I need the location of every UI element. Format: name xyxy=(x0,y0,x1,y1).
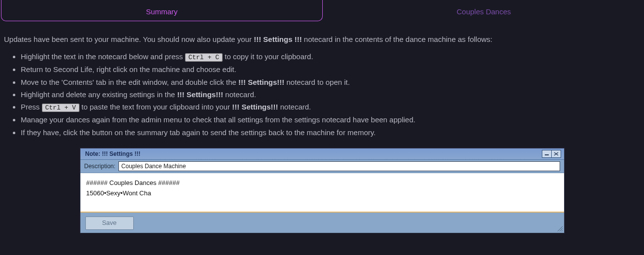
step-text: notecard. xyxy=(278,103,311,111)
svg-line-5 xyxy=(562,230,563,231)
instruction-item: Return to Second Life, right click on th… xyxy=(21,64,640,75)
step-text: notecard to open it. xyxy=(284,78,350,86)
instruction-item: Press Ctrl + V to paste the text from yo… xyxy=(21,101,640,113)
step-bold: !!! Settings!!! xyxy=(238,78,284,86)
step-text: Move to the 'Contents' tab in the edit w… xyxy=(21,78,238,86)
instruction-list: Highlight the text in the notecard below… xyxy=(4,51,640,138)
step-bold: !!! Settings!!! xyxy=(232,103,278,111)
notecard-description-row: Description: Couples Dance Machine xyxy=(80,160,564,173)
instruction-item: Highlight the text in the notecard below… xyxy=(21,51,640,63)
instruction-item: Move to the 'Contents' tab in the edit w… xyxy=(21,76,640,88)
kbd-paste: Ctrl + V xyxy=(42,104,79,112)
instruction-item: If they have, click the button on the su… xyxy=(21,127,640,138)
intro-settings-bold: !!! Settings !!! xyxy=(254,35,302,43)
tab-bar: Summary Couples Dances xyxy=(0,0,644,21)
step-text: notecard. xyxy=(223,90,256,99)
notecard-window: Note: !!! Settings !!! Description: Coup… xyxy=(80,148,565,233)
notecard-title: Note: !!! Settings !!! xyxy=(85,149,141,159)
window-controls xyxy=(542,150,561,158)
instruction-item: Manage your dances again from the admin … xyxy=(21,114,640,125)
close-icon[interactable] xyxy=(551,150,561,158)
tab-summary[interactable]: Summary xyxy=(1,0,323,21)
intro-prefix: Updates have been sent to your machine. … xyxy=(4,35,254,43)
save-button[interactable]: Save xyxy=(85,217,134,229)
step-text: Highlight the text in the notecard below… xyxy=(21,52,185,61)
intro-suffix: notecard in the contents of the dance ma… xyxy=(302,35,492,43)
intro-text: Updates have been sent to your machine. … xyxy=(4,34,640,45)
notecard-footer: Save xyxy=(80,213,564,232)
notecard-titlebar[interactable]: Note: !!! Settings !!! xyxy=(80,148,564,160)
resize-handle-icon[interactable] xyxy=(556,225,563,232)
notecard-body[interactable]: ###### Couples Dances ###### 15060•Sexy•… xyxy=(80,173,564,213)
step-bold: !!! Settings!!! xyxy=(177,90,223,99)
step-text: to paste the text from your clipboard in… xyxy=(79,103,232,111)
minimize-icon[interactable] xyxy=(542,150,552,158)
step-text: to copy it to your clipboard. xyxy=(223,52,313,61)
instruction-item: Highlight and delete any existing settin… xyxy=(21,89,640,100)
main-content: Updates have been sent to your machine. … xyxy=(0,21,644,248)
tab-couples-dances[interactable]: Couples Dances xyxy=(324,0,644,21)
step-text: Highlight and delete any existing settin… xyxy=(21,90,177,99)
step-text: Press xyxy=(21,103,42,111)
kbd-copy: Ctrl + C xyxy=(185,53,223,62)
description-label: Description: xyxy=(84,162,115,171)
description-input[interactable]: Couples Dance Machine xyxy=(118,161,560,171)
